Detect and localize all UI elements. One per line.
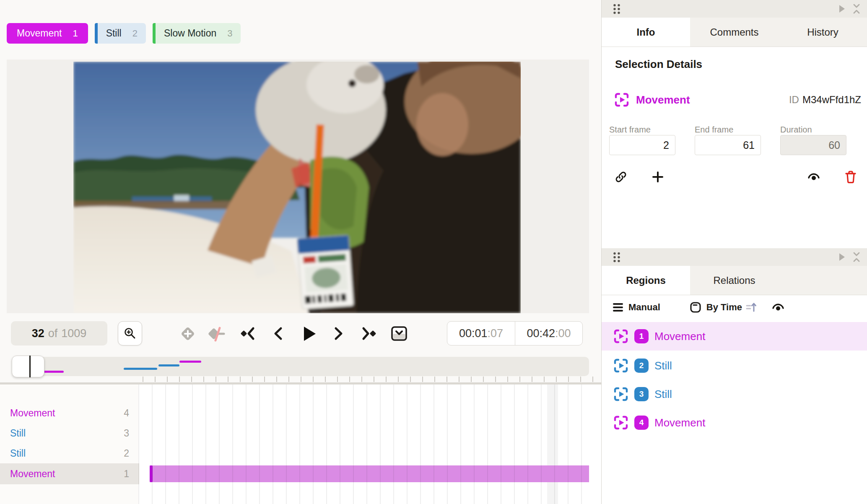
video-region-icon xyxy=(613,415,628,430)
link-region-button[interactable] xyxy=(612,168,630,186)
frame-of-label: of xyxy=(48,327,58,340)
playback-options-button[interactable] xyxy=(389,324,409,344)
current-time[interactable]: 00:01:07 xyxy=(447,322,515,345)
selection-details-heading: Selection Details xyxy=(615,58,702,71)
total-time[interactable]: 00:42:00 xyxy=(515,322,582,345)
track-row-still-2[interactable]: Still 2 xyxy=(0,443,138,463)
info-panel: Info Comments History Selection Details … xyxy=(601,0,867,248)
track-label: Movement xyxy=(10,468,55,480)
chevron-right-icon xyxy=(332,326,345,341)
tab-spacer xyxy=(779,266,867,295)
magnifier-plus-icon xyxy=(123,327,137,340)
chip-movement[interactable]: Movement 1 xyxy=(7,23,88,44)
chip-hotkey: 3 xyxy=(227,28,232,39)
tab-relations[interactable]: Relations xyxy=(690,266,779,295)
track-number: 1 xyxy=(124,468,129,480)
add-keyframe-button[interactable] xyxy=(178,324,198,344)
chip-slow-motion[interactable]: Slow Motion 3 xyxy=(153,23,241,44)
previous-keyframe-button[interactable] xyxy=(238,324,258,344)
panel-header xyxy=(602,248,867,266)
manual-sort-button[interactable]: Manual xyxy=(613,302,660,313)
selection-row: Movement IDM34wFfd1hZ xyxy=(614,92,861,107)
region-row-4-movement[interactable]: 4 Movement xyxy=(602,408,867,437)
remove-keyframe-button[interactable] xyxy=(207,324,227,344)
start-frame-input[interactable] xyxy=(609,135,675,155)
tab-history[interactable]: History xyxy=(779,18,867,47)
track-label: Still xyxy=(10,448,26,459)
minimap-playhead[interactable] xyxy=(29,356,31,377)
play-button[interactable] xyxy=(299,324,319,344)
region-number-badge: 3 xyxy=(634,387,649,401)
delete-region-button[interactable] xyxy=(841,168,860,186)
region-row-3-still[interactable]: 3 Still xyxy=(602,380,867,408)
panel-collapse-icon[interactable] xyxy=(852,251,861,263)
drag-handle-icon[interactable] xyxy=(613,252,622,263)
prev-keyframe-icon xyxy=(239,326,257,341)
timeline-gridlines xyxy=(138,384,589,504)
video-viewport[interactable] xyxy=(7,60,589,313)
track-label: Still xyxy=(10,428,26,439)
drag-handle-icon[interactable] xyxy=(613,3,622,15)
timeline-zoom-button[interactable] xyxy=(118,321,142,346)
previous-frame-button[interactable] xyxy=(268,324,288,344)
current-frame: 32 xyxy=(32,327,44,340)
panel-play-icon[interactable] xyxy=(838,4,846,14)
video-region-icon xyxy=(613,387,628,402)
end-frame-label: End frame xyxy=(695,125,733,135)
timeline-minimap[interactable] xyxy=(13,357,589,376)
next-keyframe-button[interactable] xyxy=(359,324,379,344)
card-icon xyxy=(690,301,701,313)
next-keyframe-icon xyxy=(360,326,378,341)
regions-toolbar: Manual By Time xyxy=(602,295,867,320)
minimap-viewport-handle[interactable] xyxy=(12,356,44,377)
track-row-movement-1[interactable]: Movement 1 xyxy=(0,464,138,484)
minimap-segment-movement xyxy=(179,361,201,363)
region-label: Still xyxy=(654,388,672,401)
frame-ruler[interactable] xyxy=(143,377,593,382)
region-row-1-movement[interactable]: 1 Movement xyxy=(602,322,867,351)
selection-actions xyxy=(602,168,867,186)
region-label: Movement xyxy=(654,416,705,429)
region-number-badge: 1 xyxy=(634,329,649,343)
play-icon xyxy=(301,325,317,343)
tab-comments[interactable]: Comments xyxy=(690,18,779,47)
link-icon xyxy=(614,170,628,184)
manual-label: Manual xyxy=(628,302,660,313)
chip-label: Still xyxy=(106,28,122,39)
region-label: Movement xyxy=(654,330,705,343)
diamond-slash-icon xyxy=(207,325,227,343)
track-row-still-3[interactable]: Still 3 xyxy=(0,423,138,443)
add-attribute-button[interactable] xyxy=(649,168,667,186)
eye-icon xyxy=(807,171,820,183)
timeline-shaded-band xyxy=(547,384,558,504)
video-region-icon xyxy=(613,329,628,344)
tab-regions[interactable]: Regions xyxy=(602,266,690,295)
start-frame-label: Start frame xyxy=(609,125,651,135)
track-number: 3 xyxy=(124,428,129,439)
panel-header xyxy=(602,0,867,18)
id-label: ID xyxy=(789,94,799,105)
minimap-segment-still xyxy=(124,368,157,370)
end-frame-input[interactable] xyxy=(695,135,761,155)
track-row-movement-4[interactable]: Movement 4 xyxy=(0,403,138,423)
movement-region-start-tick[interactable] xyxy=(150,465,153,482)
panel-collapse-icon[interactable] xyxy=(852,3,861,15)
tab-info[interactable]: Info xyxy=(602,18,690,47)
toggle-all-visibility-button[interactable] xyxy=(769,298,787,317)
minimap-segment-still xyxy=(158,364,179,366)
chevron-left-icon xyxy=(272,326,284,341)
panel-play-icon[interactable] xyxy=(838,252,846,262)
region-number-badge: 2 xyxy=(634,359,649,373)
id-value: M34wFfd1hZ xyxy=(802,94,861,105)
chip-still[interactable]: Still 2 xyxy=(95,23,146,44)
frame-counter[interactable]: 32 of 1009 xyxy=(11,321,107,346)
by-time-sort-button[interactable]: By Time xyxy=(690,301,757,313)
selection-id: IDM34wFfd1hZ xyxy=(789,94,861,106)
region-row-2-still[interactable]: 2 Still xyxy=(602,351,867,380)
chip-hotkey: 1 xyxy=(73,28,78,39)
toggle-visibility-button[interactable] xyxy=(805,168,823,186)
next-frame-button[interactable] xyxy=(329,324,349,344)
movement-region-bar[interactable] xyxy=(150,465,589,482)
track-number: 2 xyxy=(124,448,129,459)
video-frame-image xyxy=(73,62,521,313)
